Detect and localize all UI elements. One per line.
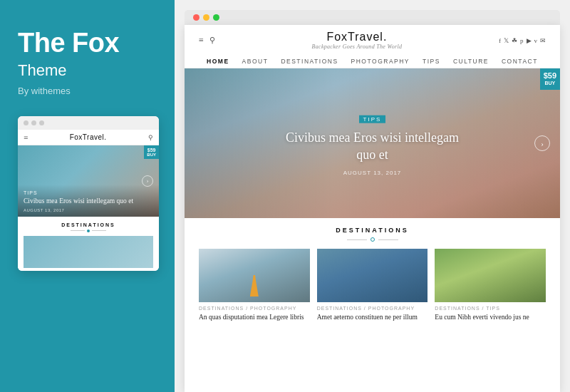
card-3-tag: DESTINATIONS / TIPS — [435, 306, 546, 311]
destinations-divider — [199, 237, 546, 242]
pinterest-icon[interactable]: p — [520, 37, 524, 44]
card-1-person-silhouette — [250, 275, 259, 296]
nav-destinations[interactable]: DESTINATIONS — [281, 58, 338, 65]
site-header-top: ≡ ⚲ FoxTravel. Backpacker Goes Around Th… — [199, 31, 546, 54]
theme-by: By withemes — [18, 86, 71, 96]
hero-title: Civibus mea Eros wisi intellegam quo et — [280, 129, 465, 164]
site-logo-text: FoxTravel. — [312, 31, 403, 43]
instagram-icon[interactable]: ☘ — [512, 37, 517, 44]
mini-hero-arrow[interactable]: › — [142, 175, 153, 187]
browser-dot-red[interactable] — [193, 14, 200, 21]
card-image-2 — [317, 249, 428, 302]
right-panel: ≡ ⚲ FoxTravel. Backpacker Goes Around Th… — [175, 0, 570, 392]
hero-section: TIPS Civibus mea Eros wisi intellegam qu… — [185, 68, 560, 218]
mini-destinations-label: DESTINATIONS — [24, 222, 153, 227]
card-2-title: Amet aeterno constituen ne per illum — [317, 313, 428, 322]
mini-hero-title: Civibus mea Eros wisi intellegam quo et — [24, 197, 153, 205]
twitter-icon[interactable]: 𝕏 — [504, 37, 509, 44]
theme-subtitle: Theme — [18, 61, 66, 80]
mini-dot-green — [39, 120, 44, 125]
card-3: DESTINATIONS / TIPS Eu cum Nibh everti v… — [435, 249, 546, 322]
website-frame: ≡ ⚲ FoxTravel. Backpacker Goes Around Th… — [185, 25, 560, 392]
mini-hero-date: AUGUST 13, 2017 — [24, 208, 153, 212]
divider-line-right — [378, 239, 398, 240]
mini-divider-dot — [87, 229, 90, 232]
card-1-title: An quas disputationi mea Legere libris — [199, 313, 310, 322]
mini-header: ≡ FoxTravel. ⚲ — [18, 130, 159, 145]
card-image-1 — [199, 249, 310, 302]
nav-tips[interactable]: TIPS — [423, 58, 440, 65]
mini-divider-line-left — [71, 230, 85, 231]
left-panel: The Fox Theme By withemes ≡ FoxTravel. ⚲… — [0, 0, 175, 392]
site-logo: FoxTravel. Backpacker Goes Around The Wo… — [312, 31, 403, 50]
divider-line-left — [347, 239, 367, 240]
card-2: DESTINATIONS / PHOTOGRAPHY Amet aeterno … — [317, 249, 428, 322]
hero-tag: TIPS — [359, 115, 386, 123]
nav-about[interactable]: ABOUT — [242, 58, 269, 65]
mini-hamburger-icon: ≡ — [24, 133, 28, 142]
theme-title: The Fox — [18, 29, 119, 58]
card-image-3 — [435, 249, 546, 302]
card-3-title: Eu cum Nibh everti vivendo jus ne — [435, 313, 546, 322]
nav-home[interactable]: HOME — [207, 58, 229, 65]
card-1-tag: DESTINATIONS / PHOTOGRAPHY — [199, 306, 310, 311]
mini-destination-image — [24, 236, 153, 268]
hamburger-icon[interactable]: ≡ — [199, 35, 204, 46]
nav-contact[interactable]: CONTACT — [502, 58, 538, 65]
mini-destinations-divider — [24, 229, 153, 232]
browser-dot-yellow[interactable] — [203, 14, 209, 21]
nav-bar: HOME ABOUT DESTINATIONS PHOTOGRAPHY TIPS… — [199, 54, 546, 68]
site-header: ≡ ⚲ FoxTravel. Backpacker Goes Around Th… — [185, 25, 560, 68]
mini-buy-badge: $59 BUY — [144, 145, 159, 159]
vimeo-icon[interactable]: v — [534, 37, 538, 44]
hero-content: TIPS Civibus mea Eros wisi intellegam qu… — [280, 111, 465, 176]
email-icon[interactable]: ✉ — [540, 37, 546, 44]
mini-hero-overlay: TIPS Civibus mea Eros wisi intellegam qu… — [18, 185, 159, 216]
buy-badge[interactable]: $59 BUY — [540, 68, 560, 90]
site-header-right: f 𝕏 ☘ p ▶ v ✉ — [499, 37, 546, 44]
site-logo-tagline: Backpacker Goes Around The World — [312, 43, 403, 50]
hero-date: AUGUST 13, 2017 — [280, 169, 465, 175]
youtube-icon[interactable]: ▶ — [527, 37, 532, 44]
nav-photography[interactable]: PHOTOGRAPHY — [351, 58, 410, 65]
browser-chrome — [185, 10, 560, 25]
browser-dot-green[interactable] — [213, 14, 219, 21]
card-2-tag: DESTINATIONS / PHOTOGRAPHY — [317, 306, 428, 311]
card-1: DESTINATIONS / PHOTOGRAPHY An quas dispu… — [199, 249, 310, 322]
mini-search-icon: ⚲ — [148, 134, 153, 141]
mini-logo: FoxTravel. — [70, 133, 107, 141]
mini-destinations-section: DESTINATIONS — [18, 217, 159, 271]
facebook-icon[interactable]: f — [499, 37, 501, 44]
mini-hero-tag: TIPS — [24, 190, 153, 195]
site-header-left: ≡ ⚲ — [199, 35, 215, 46]
mini-divider-line-right — [92, 230, 106, 231]
hero-next-arrow[interactable]: › — [534, 135, 550, 151]
mini-preview: ≡ FoxTravel. ⚲ TIPS Civibus mea Eros wis… — [18, 116, 159, 271]
destinations-heading: DESTINATIONS — [199, 227, 546, 234]
cards-row: DESTINATIONS / PHOTOGRAPHY An quas dispu… — [199, 249, 546, 322]
mini-browser-bar — [18, 116, 159, 130]
divider-dot — [370, 237, 375, 242]
mini-browser-content: ≡ FoxTravel. ⚲ TIPS Civibus mea Eros wis… — [18, 130, 159, 271]
mini-dot-yellow — [31, 120, 36, 125]
mini-hero: TIPS Civibus mea Eros wisi intellegam qu… — [18, 145, 159, 217]
nav-culture[interactable]: CULTURE — [453, 58, 489, 65]
destinations-section: DESTINATIONS DESTINATIONS / PHOTOGRAPHY — [185, 218, 560, 328]
mini-dot-red — [24, 120, 28, 125]
search-icon[interactable]: ⚲ — [209, 36, 215, 45]
